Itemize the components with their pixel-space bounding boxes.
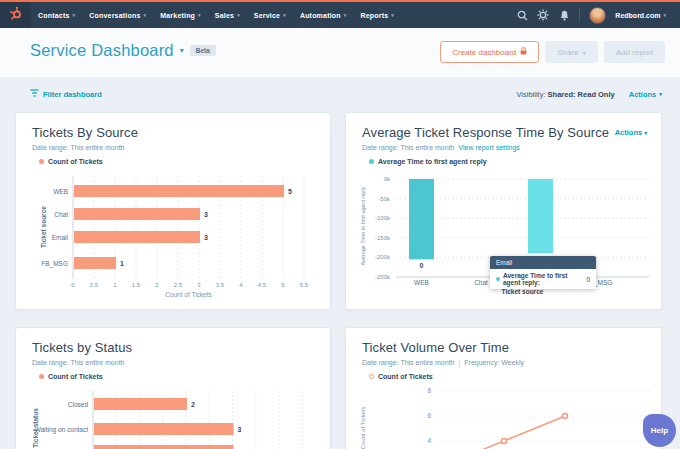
nav-item-label: Marketing — [160, 12, 195, 19]
notifications-bell-icon[interactable] — [558, 9, 570, 21]
tickets-by-status-chart[interactable]: Closed2Waiting on contact3Ticket status — [16, 328, 332, 449]
bar — [74, 208, 200, 220]
svg-text:WEB: WEB — [414, 279, 429, 286]
nav-item-reports[interactable]: Reports▾ — [353, 2, 401, 28]
svg-text:4: 4 — [239, 282, 243, 288]
share-label: Share — [557, 48, 578, 57]
ticket-volume-over-time-card: Ticket Volume Over Time Date range: This… — [345, 327, 662, 449]
nav-right-controls: Redbord.com ▾ — [516, 7, 680, 24]
visibility-label: Visibility: — [516, 90, 545, 99]
hubspot-logo-tile[interactable] — [0, 2, 31, 28]
search-icon[interactable] — [516, 9, 528, 21]
svg-text:Waiting on contact: Waiting on contact — [35, 426, 88, 434]
chevron-down-icon: ▾ — [198, 12, 201, 18]
share-button[interactable]: Share ▾ — [545, 41, 597, 63]
tooltip-series-label: Average Time to first agent reply: — [503, 272, 583, 286]
add-report-button[interactable]: Add report — [604, 41, 665, 63]
nav-item-label: Automation — [300, 12, 341, 19]
bar — [74, 257, 116, 269]
lock-icon — [520, 47, 527, 57]
data-point-marker — [563, 414, 568, 419]
chevron-down-icon: ▾ — [391, 12, 394, 18]
nav-item-marketing[interactable]: Marketing▾ — [153, 2, 208, 28]
nav-item-conversations[interactable]: Conversations▾ — [82, 2, 153, 28]
svg-text:8: 8 — [427, 387, 431, 394]
svg-text:Closed: Closed — [68, 401, 89, 408]
svg-text:3.5: 3.5 — [216, 282, 225, 288]
svg-text:-200k: -200k — [375, 254, 391, 260]
svg-text:2.5: 2.5 — [174, 282, 183, 288]
svg-text:-150k: -150k — [375, 235, 391, 241]
beta-badge: Beta — [190, 45, 216, 56]
tooltip-value: 0 — [586, 276, 590, 283]
nav-item-automation[interactable]: Automation▾ — [293, 2, 354, 28]
nav-item-label: Service — [254, 12, 280, 19]
create-dashboard-button[interactable]: Create dashboard — [440, 41, 539, 63]
svg-text:Chat: Chat — [54, 211, 68, 218]
chevron-down-icon: ▾ — [283, 12, 286, 18]
svg-text:5: 5 — [281, 282, 285, 288]
svg-text:2: 2 — [155, 282, 159, 288]
svg-text:1: 1 — [113, 282, 117, 288]
svg-text:-250k: -250k — [375, 274, 391, 280]
svg-text:Count of Tickets: Count of Tickets — [165, 291, 212, 298]
visibility-status: Visibility: Shared: Read Only — [516, 90, 614, 99]
svg-text:5.5: 5.5 — [300, 282, 309, 288]
svg-text:4.5: 4.5 — [258, 282, 267, 288]
dashboard-actions-menu[interactable]: Actions ▾ — [629, 90, 662, 99]
hubspot-sprocket-icon — [8, 5, 24, 25]
page-title: Service Dashboard — [30, 41, 174, 60]
visibility-value: Shared: Read Only — [548, 90, 615, 99]
top-navigation-bar: Contacts▾Conversations▾Marketing▾Sales▾S… — [0, 0, 680, 28]
nav-item-service[interactable]: Service▾ — [247, 2, 293, 28]
chart-tooltip: Email Average Time to first agent reply:… — [490, 256, 596, 289]
chevron-down-icon: ▾ — [73, 12, 76, 18]
title-dropdown-caret-icon[interactable]: ▾ — [180, 46, 184, 55]
bar — [74, 185, 284, 197]
nav-item-label: Sales — [215, 12, 234, 19]
tickets-by-source-chart[interactable]: WEB5Chat3Email3FB_MSG100.511.522.533.544… — [16, 113, 332, 311]
nav-item-label: Conversations — [89, 12, 140, 19]
filter-dashboard-link[interactable]: Filter dashboard — [30, 89, 102, 99]
chevron-down-icon: ▾ — [344, 12, 347, 18]
nav-item-label: Contacts — [38, 12, 70, 19]
page-header: Service Dashboard ▾ Beta Create dashboar… — [0, 28, 680, 77]
nav-item-contacts[interactable]: Contacts▾ — [31, 2, 82, 28]
bar — [94, 398, 187, 410]
nav-item-sales[interactable]: Sales▾ — [208, 2, 247, 28]
svg-text:0: 0 — [420, 262, 424, 269]
bar — [74, 231, 200, 243]
tickets-by-source-card: Tickets By Source Date range: This entir… — [15, 112, 331, 310]
svg-text:5: 5 — [288, 188, 292, 195]
svg-text:1.5: 1.5 — [132, 282, 141, 288]
add-report-label: Add report — [616, 48, 653, 57]
account-menu[interactable]: Redbord.com ▾ — [615, 12, 666, 19]
nav-divider — [579, 8, 580, 22]
bar — [409, 179, 434, 259]
svg-text:Email: Email — [52, 234, 69, 241]
svg-text:Average Time to first agent re: Average Time to first agent reply — [360, 186, 366, 265]
tickets-by-status-card: Tickets by Status Date range: This entir… — [15, 327, 331, 449]
bar — [528, 179, 553, 253]
tooltip-title: Email — [490, 256, 596, 269]
nav-menu: Contacts▾Conversations▾Marketing▾Sales▾S… — [31, 2, 401, 28]
help-button[interactable]: Help — [643, 414, 676, 447]
settings-gear-icon[interactable] — [537, 9, 549, 21]
svg-text:Count of Tickets: Count of Tickets — [360, 406, 366, 449]
chevron-down-icon: ▾ — [237, 12, 240, 18]
svg-text:3: 3 — [204, 234, 208, 241]
nav-item-label: Reports — [360, 12, 388, 19]
help-label: Help — [651, 426, 668, 435]
svg-text:3: 3 — [197, 282, 201, 288]
svg-text:3: 3 — [238, 426, 242, 433]
actions-label: Actions — [629, 90, 657, 99]
svg-text:4: 4 — [427, 437, 431, 444]
dashboard-toolbar: Filter dashboard Visibility: Shared: Rea… — [30, 86, 662, 102]
account-name: Redbord.com — [615, 12, 660, 19]
bar — [94, 445, 234, 449]
user-avatar[interactable] — [589, 7, 606, 24]
svg-text:0: 0 — [71, 282, 75, 288]
svg-text:WEB: WEB — [53, 188, 68, 195]
svg-text:-50k: -50k — [378, 196, 391, 202]
ticket-volume-chart[interactable]: 864Count of Tickets — [346, 328, 663, 449]
